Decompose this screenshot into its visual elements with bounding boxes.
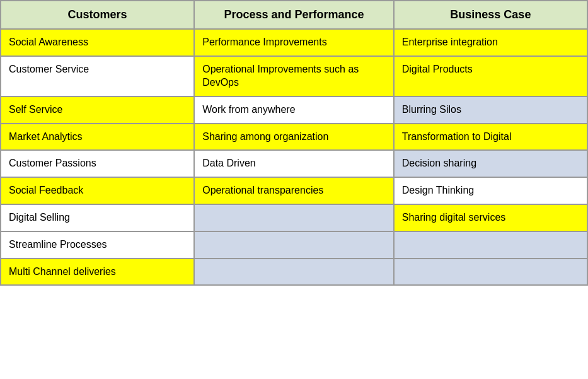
- cell-row2-col1: Customer Service: [1, 56, 194, 96]
- cell-row3-col3: Blurring Silos: [394, 96, 587, 124]
- cell-row4-col1: Market Analytics: [1, 124, 194, 151]
- cell-row4-col3: Transformation to Digital: [394, 124, 587, 151]
- cell-row5-col3: Decision sharing: [394, 150, 587, 177]
- cell-row7-col2: [194, 204, 394, 231]
- cell-row4-col2: Sharing among organization: [194, 124, 394, 151]
- cell-row3-col1: Self Service: [1, 96, 194, 124]
- cell-row3-col2: Work from anywhere: [194, 96, 394, 124]
- cell-row1-col1: Social Awareness: [1, 29, 194, 56]
- cell-row9-col2: [194, 259, 394, 286]
- cell-row7-col3: Sharing digital services: [394, 204, 587, 231]
- cell-row8-col2: [194, 231, 394, 259]
- header-business: Business Case: [394, 1, 587, 29]
- header-process: Process and Performance: [194, 1, 394, 29]
- cell-row2-col3: Digital Products: [394, 56, 587, 96]
- cell-row7-col1: Digital Selling: [1, 204, 194, 231]
- cell-row5-col1: Customer Passions: [1, 150, 194, 177]
- cell-row8-col1: Streamline Processes: [1, 231, 194, 259]
- cell-row9-col3: [394, 259, 587, 286]
- cell-row8-col3: [394, 231, 587, 259]
- cell-row6-col2: Operational transparencies: [194, 177, 394, 204]
- cell-row6-col1: Social Feedback: [1, 177, 194, 204]
- header-customers: Customers: [1, 1, 194, 29]
- cell-row6-col3: Design Thinking: [394, 177, 587, 204]
- cell-row1-col3: Enterprise integration: [394, 29, 587, 56]
- cell-row9-col1: Multi Channel deliveries: [1, 259, 194, 286]
- cell-row5-col2: Data Driven: [194, 150, 394, 177]
- cell-row1-col2: Performance Improvements: [194, 29, 394, 56]
- cell-row2-col2: Operational Improvements such as DevOps: [194, 56, 394, 96]
